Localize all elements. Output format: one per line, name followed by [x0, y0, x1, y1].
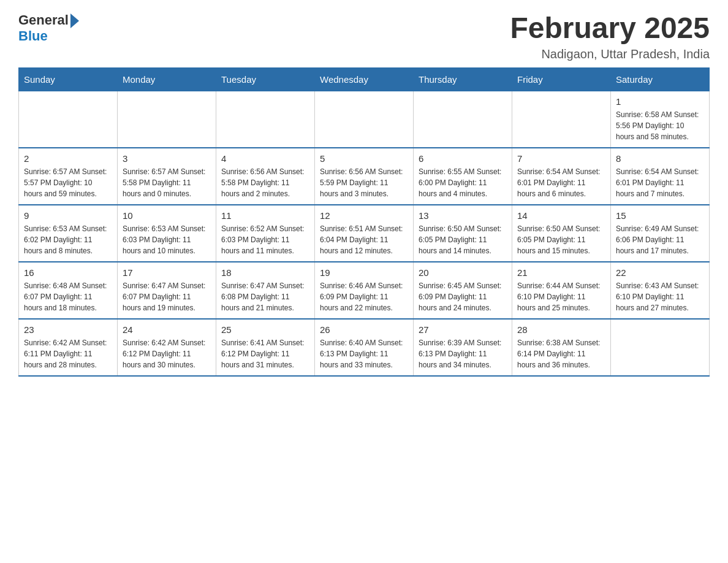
calendar-cell: 9Sunrise: 6:53 AM Sunset: 6:02 PM Daylig…	[19, 205, 118, 262]
day-info: Sunrise: 6:47 AM Sunset: 6:08 PM Dayligh…	[221, 280, 309, 313]
day-info: Sunrise: 6:39 AM Sunset: 6:13 PM Dayligh…	[419, 337, 507, 370]
calendar-title: February 2025	[510, 12, 710, 45]
day-number: 9	[24, 210, 112, 221]
column-header-monday: Monday	[118, 67, 216, 91]
calendar-cell: 6Sunrise: 6:55 AM Sunset: 6:00 PM Daylig…	[414, 148, 512, 205]
calendar-subtitle: Nadigaon, Uttar Pradesh, India	[510, 47, 710, 61]
day-info: Sunrise: 6:58 AM Sunset: 5:56 PM Dayligh…	[616, 109, 704, 142]
day-info: Sunrise: 6:42 AM Sunset: 6:11 PM Dayligh…	[24, 337, 112, 370]
day-number: 17	[123, 267, 211, 278]
day-number: 7	[517, 153, 605, 164]
calendar-cell: 5Sunrise: 6:56 AM Sunset: 5:59 PM Daylig…	[315, 148, 414, 205]
day-info: Sunrise: 6:46 AM Sunset: 6:09 PM Dayligh…	[320, 280, 408, 313]
calendar-cell: 18Sunrise: 6:47 AM Sunset: 6:08 PM Dayli…	[216, 262, 315, 319]
day-number: 22	[616, 267, 704, 278]
day-info: Sunrise: 6:53 AM Sunset: 6:03 PM Dayligh…	[123, 223, 211, 256]
day-number: 4	[221, 153, 309, 164]
calendar-cell: 8Sunrise: 6:54 AM Sunset: 6:01 PM Daylig…	[611, 148, 710, 205]
day-number: 24	[123, 324, 211, 335]
day-number: 2	[24, 153, 112, 164]
day-number: 5	[320, 153, 408, 164]
column-header-thursday: Thursday	[414, 67, 512, 91]
logo-general-text: General	[18, 12, 69, 28]
calendar-week-row: 2Sunrise: 6:57 AM Sunset: 5:57 PM Daylig…	[19, 148, 710, 205]
day-number: 20	[419, 267, 507, 278]
calendar-cell	[19, 91, 118, 148]
calendar-week-row: 9Sunrise: 6:53 AM Sunset: 6:02 PM Daylig…	[19, 205, 710, 262]
day-info: Sunrise: 6:56 AM Sunset: 5:58 PM Dayligh…	[221, 166, 309, 199]
title-section: February 2025 Nadigaon, Uttar Pradesh, I…	[510, 12, 710, 61]
calendar-cell: 25Sunrise: 6:41 AM Sunset: 6:12 PM Dayli…	[216, 319, 315, 376]
day-number: 15	[616, 210, 704, 221]
calendar-week-row: 1Sunrise: 6:58 AM Sunset: 5:56 PM Daylig…	[19, 91, 710, 148]
column-header-tuesday: Tuesday	[216, 67, 315, 91]
day-number: 3	[123, 153, 211, 164]
day-info: Sunrise: 6:49 AM Sunset: 6:06 PM Dayligh…	[616, 223, 704, 256]
day-info: Sunrise: 6:38 AM Sunset: 6:14 PM Dayligh…	[517, 337, 605, 370]
calendar-cell	[216, 91, 315, 148]
calendar-cell: 16Sunrise: 6:48 AM Sunset: 6:07 PM Dayli…	[19, 262, 118, 319]
day-info: Sunrise: 6:54 AM Sunset: 6:01 PM Dayligh…	[517, 166, 605, 199]
day-number: 26	[320, 324, 408, 335]
calendar-week-row: 23Sunrise: 6:42 AM Sunset: 6:11 PM Dayli…	[19, 319, 710, 376]
day-info: Sunrise: 6:41 AM Sunset: 6:12 PM Dayligh…	[221, 337, 309, 370]
day-number: 10	[123, 210, 211, 221]
day-info: Sunrise: 6:56 AM Sunset: 5:59 PM Dayligh…	[320, 166, 408, 199]
day-number: 21	[517, 267, 605, 278]
day-info: Sunrise: 6:44 AM Sunset: 6:10 PM Dayligh…	[517, 280, 605, 313]
column-header-wednesday: Wednesday	[315, 67, 414, 91]
day-number: 6	[419, 153, 507, 164]
day-info: Sunrise: 6:52 AM Sunset: 6:03 PM Dayligh…	[221, 223, 309, 256]
day-number: 28	[517, 324, 605, 335]
calendar-cell: 12Sunrise: 6:51 AM Sunset: 6:04 PM Dayli…	[315, 205, 414, 262]
calendar-cell: 3Sunrise: 6:57 AM Sunset: 5:58 PM Daylig…	[118, 148, 216, 205]
calendar-cell: 19Sunrise: 6:46 AM Sunset: 6:09 PM Dayli…	[315, 262, 414, 319]
day-number: 23	[24, 324, 112, 335]
calendar-table: SundayMondayTuesdayWednesdayThursdayFrid…	[18, 67, 710, 377]
calendar-cell: 7Sunrise: 6:54 AM Sunset: 6:01 PM Daylig…	[512, 148, 611, 205]
column-header-sunday: Sunday	[19, 67, 118, 91]
day-number: 11	[221, 210, 309, 221]
day-info: Sunrise: 6:57 AM Sunset: 5:58 PM Dayligh…	[123, 166, 211, 199]
day-info: Sunrise: 6:42 AM Sunset: 6:12 PM Dayligh…	[123, 337, 211, 370]
day-info: Sunrise: 6:50 AM Sunset: 6:05 PM Dayligh…	[517, 223, 605, 256]
calendar-cell: 23Sunrise: 6:42 AM Sunset: 6:11 PM Dayli…	[19, 319, 118, 376]
calendar-cell: 2Sunrise: 6:57 AM Sunset: 5:57 PM Daylig…	[19, 148, 118, 205]
calendar-cell	[414, 91, 512, 148]
day-number: 27	[419, 324, 507, 335]
calendar-cell	[512, 91, 611, 148]
day-info: Sunrise: 6:50 AM Sunset: 6:05 PM Dayligh…	[419, 223, 507, 256]
calendar-cell: 20Sunrise: 6:45 AM Sunset: 6:09 PM Dayli…	[414, 262, 512, 319]
day-number: 19	[320, 267, 408, 278]
calendar-cell: 24Sunrise: 6:42 AM Sunset: 6:12 PM Dayli…	[118, 319, 216, 376]
day-number: 8	[616, 153, 704, 164]
calendar-cell	[315, 91, 414, 148]
calendar-cell: 10Sunrise: 6:53 AM Sunset: 6:03 PM Dayli…	[118, 205, 216, 262]
calendar-cell: 17Sunrise: 6:47 AM Sunset: 6:07 PM Dayli…	[118, 262, 216, 319]
page-header: General Blue February 2025 Nadigaon, Utt…	[18, 12, 710, 61]
day-info: Sunrise: 6:48 AM Sunset: 6:07 PM Dayligh…	[24, 280, 112, 313]
calendar-cell: 28Sunrise: 6:38 AM Sunset: 6:14 PM Dayli…	[512, 319, 611, 376]
day-info: Sunrise: 6:51 AM Sunset: 6:04 PM Dayligh…	[320, 223, 408, 256]
logo-blue-text: Blue	[18, 28, 48, 44]
calendar-cell: 26Sunrise: 6:40 AM Sunset: 6:13 PM Dayli…	[315, 319, 414, 376]
day-number: 16	[24, 267, 112, 278]
calendar-cell	[611, 319, 710, 376]
logo-triangle-icon	[70, 13, 79, 28]
logo: General Blue	[18, 12, 79, 44]
day-number: 18	[221, 267, 309, 278]
day-info: Sunrise: 6:53 AM Sunset: 6:02 PM Dayligh…	[24, 223, 112, 256]
day-number: 12	[320, 210, 408, 221]
calendar-cell: 22Sunrise: 6:43 AM Sunset: 6:10 PM Dayli…	[611, 262, 710, 319]
calendar-cell: 1Sunrise: 6:58 AM Sunset: 5:56 PM Daylig…	[611, 91, 710, 148]
calendar-cell: 11Sunrise: 6:52 AM Sunset: 6:03 PM Dayli…	[216, 205, 315, 262]
day-info: Sunrise: 6:57 AM Sunset: 5:57 PM Dayligh…	[24, 166, 112, 199]
calendar-week-row: 16Sunrise: 6:48 AM Sunset: 6:07 PM Dayli…	[19, 262, 710, 319]
day-info: Sunrise: 6:47 AM Sunset: 6:07 PM Dayligh…	[123, 280, 211, 313]
calendar-cell	[118, 91, 216, 148]
column-header-friday: Friday	[512, 67, 611, 91]
day-info: Sunrise: 6:40 AM Sunset: 6:13 PM Dayligh…	[320, 337, 408, 370]
calendar-cell: 27Sunrise: 6:39 AM Sunset: 6:13 PM Dayli…	[414, 319, 512, 376]
calendar-cell: 15Sunrise: 6:49 AM Sunset: 6:06 PM Dayli…	[611, 205, 710, 262]
day-number: 13	[419, 210, 507, 221]
